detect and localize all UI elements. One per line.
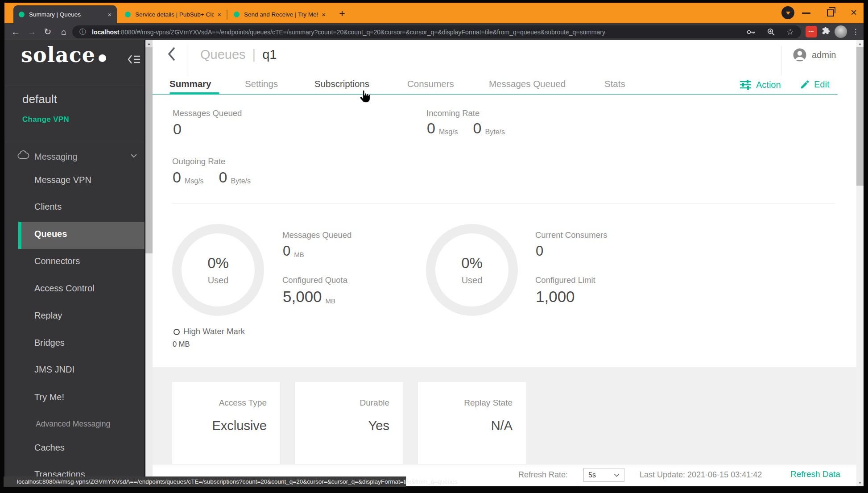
sidebar-divider xyxy=(4,142,145,142)
bookmark-star-icon[interactable]: ☆ xyxy=(786,27,794,37)
sidebar-item-access-control[interactable]: Access Control xyxy=(34,283,95,294)
high-water-mark-value: 0 MB xyxy=(173,340,190,348)
sidebar-item-bridges[interactable]: Bridges xyxy=(34,338,65,348)
gauge1-stat1-unit: MB xyxy=(294,251,304,258)
durable-value: Yes xyxy=(368,418,389,433)
durable-label: Durable xyxy=(360,398,389,408)
sidebar-item-caches[interactable]: Caches xyxy=(34,443,65,453)
incoming-byte-value: 0 xyxy=(473,120,482,137)
url-host: localhost xyxy=(92,29,119,36)
cloud-icon xyxy=(17,150,29,159)
refresh-data-button[interactable]: Refresh Data xyxy=(790,469,840,479)
tab-close-icon[interactable]: × xyxy=(322,11,326,18)
sidebar-item-clients[interactable]: Clients xyxy=(34,202,62,212)
tab-title: Send and Receive | Try Me! xyxy=(244,11,318,18)
outgoing-msg-value: 0 xyxy=(173,169,181,186)
sidebar-section-advanced-messaging: Advanced Messaging xyxy=(36,419,110,429)
sidebar-scrollbar-thumb[interactable] xyxy=(145,47,153,253)
browser-tab-active[interactable]: Summary | Queues × xyxy=(13,5,117,23)
access-type-label: Access Type xyxy=(219,398,267,408)
window-minimize-button[interactable] xyxy=(802,12,810,14)
screen: Summary | Queues × Service details | Pub… xyxy=(0,0,868,493)
tab-favicon xyxy=(234,12,240,17)
sidebar-active-bar xyxy=(18,222,21,249)
queue-name: q1 xyxy=(262,47,277,62)
tab-consumers[interactable]: Consumers xyxy=(407,79,454,89)
high-water-mark-icon xyxy=(174,329,180,335)
vpn-name: default xyxy=(22,92,57,106)
consumers-gauge: 0% Used xyxy=(426,224,518,316)
tab-title: Service details | PubSub+ Cloud xyxy=(135,11,214,18)
home-icon[interactable]: ⌂ xyxy=(57,25,70,38)
sidebar-item-try-me[interactable]: Try Me! xyxy=(34,392,64,402)
browser-menu-icon[interactable]: ⋮ xyxy=(850,25,861,38)
action-button[interactable]: Action xyxy=(740,79,781,90)
sidebar-item-queues[interactable]: Queues xyxy=(34,229,67,239)
reload-icon[interactable]: ↻ xyxy=(41,25,54,38)
tab-title: Summary | Queues xyxy=(29,11,104,18)
page-title: Queues | q1 xyxy=(200,47,277,62)
header-divider xyxy=(188,46,188,75)
gauge2-stat2-label: Configured Limit xyxy=(535,275,595,285)
tab-close-icon[interactable]: × xyxy=(107,11,112,18)
site-info-icon[interactable]: ⓘ xyxy=(79,28,86,36)
user-name[interactable]: admin xyxy=(812,50,836,60)
sidebar-section-messaging[interactable]: Messaging xyxy=(34,152,78,162)
access-type-card: Access Type Exclusive xyxy=(172,382,280,464)
browser-tab-3[interactable]: Send and Receive | Try Me! × xyxy=(229,7,330,22)
tab-messages-queued[interactable]: Messages Queued xyxy=(489,79,566,89)
tab-favicon xyxy=(125,12,131,17)
adblock-extension-icon[interactable]: ••• xyxy=(806,26,817,37)
incoming-msg-value: 0 xyxy=(427,120,435,137)
scrollbar-up-arrow[interactable]: ▲ xyxy=(145,40,153,47)
gauge1-stat1-value: 0 MB xyxy=(283,243,304,259)
incoming-rate-label: Incoming Rate xyxy=(426,108,479,118)
tab-close-icon[interactable]: × xyxy=(217,11,221,18)
tab-search-button[interactable] xyxy=(781,6,794,19)
high-water-mark-label: High Water Mark xyxy=(183,327,245,336)
browser-profile-avatar[interactable] xyxy=(835,25,847,38)
refresh-rate-label: Refresh Rate: xyxy=(518,470,568,480)
url-path: :8080/#/msg-vpns/ZGVmYXVsdA==/endpoints/… xyxy=(119,29,605,36)
address-bar[interactable]: ⓘ localhost:8080/#/msg-vpns/ZGVmYXVsdA==… xyxy=(72,25,801,38)
zoom-icon[interactable] xyxy=(767,28,775,36)
window-restore-button[interactable] xyxy=(827,9,834,17)
gauge2-stat1-number: 0 xyxy=(536,243,543,259)
new-tab-button[interactable]: + xyxy=(335,7,349,20)
sidebar-item-jms-jndi[interactable]: JMS JNDI xyxy=(34,365,74,375)
gauge2-stat1-label: Current Consumers xyxy=(535,230,607,240)
incoming-msg-unit: Msg/s xyxy=(439,128,458,136)
status-link-bar: localhost:8080/#/msg-vpns/ZGVmYXVsdA==/e… xyxy=(4,476,406,487)
last-update-text: Last Update: 2021-06-15 03:41:42 xyxy=(640,470,762,480)
incoming-byte-unit: Byte/s xyxy=(485,128,505,136)
scrollbar-up-arrow[interactable]: ▲ xyxy=(856,40,864,47)
change-vpn-link[interactable]: Change VPN xyxy=(22,115,69,124)
outgoing-byte-value: 0 xyxy=(219,169,227,186)
tab-subscriptions[interactable]: Subscriptions xyxy=(314,79,369,89)
tab-settings[interactable]: Settings xyxy=(245,79,278,89)
sidebar-collapse-icon[interactable] xyxy=(128,54,141,64)
forward-icon[interactable]: → xyxy=(25,25,38,38)
tab-summary[interactable]: Summary xyxy=(169,79,211,89)
user-avatar-icon[interactable] xyxy=(793,48,807,62)
back-icon[interactable]: ← xyxy=(9,25,22,38)
window-close-button[interactable]: × xyxy=(847,6,860,19)
scrollbar-down-arrow[interactable]: ▼ xyxy=(856,479,864,486)
chevron-down-icon[interactable] xyxy=(130,153,137,158)
breadcrumb[interactable]: Queues xyxy=(200,47,246,62)
content-scrollbar-thumb[interactable] xyxy=(856,47,864,186)
sidebar-item-message-vpn[interactable]: Message VPN xyxy=(34,175,91,185)
url-text[interactable]: localhost:8080/#/msg-vpns/ZGVmYXVsdA==/e… xyxy=(92,29,735,36)
messages-queued-value: 0 xyxy=(173,120,182,138)
extensions-puzzle-icon[interactable] xyxy=(821,26,831,37)
refresh-rate-value: 5s xyxy=(588,471,596,479)
refresh-rate-select[interactable]: 5s xyxy=(583,468,624,482)
sidebar-item-connectors[interactable]: Connectors xyxy=(34,256,80,266)
password-key-icon[interactable] xyxy=(747,29,756,35)
edit-button[interactable]: Edit xyxy=(800,79,829,90)
quota-gauge-caption: Used xyxy=(208,275,229,286)
back-button[interactable] xyxy=(166,46,178,62)
browser-tab-2[interactable]: Service details | PubSub+ Cloud × xyxy=(120,7,226,22)
sidebar-item-replay[interactable]: Replay xyxy=(34,311,62,321)
tab-stats[interactable]: Stats xyxy=(604,79,625,89)
